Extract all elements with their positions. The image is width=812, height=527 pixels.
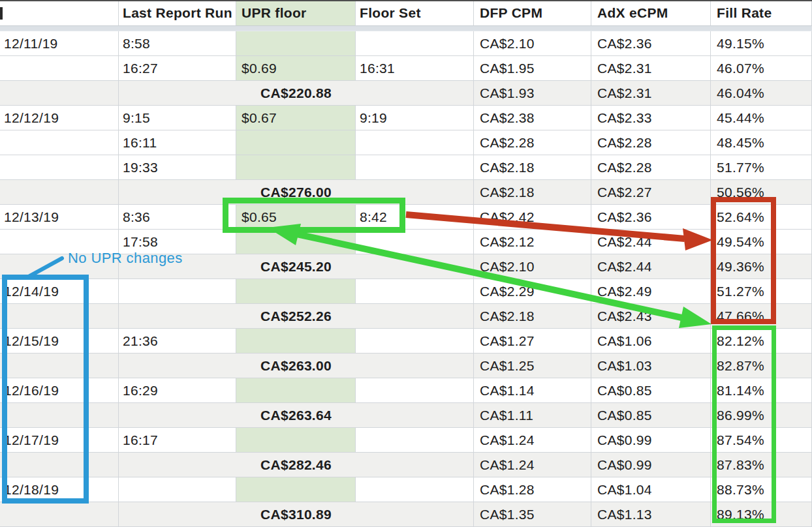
cell-dfp-cpm[interactable]: CA$2.10 [474,31,591,56]
cell-fill-rate[interactable]: 46.04% [711,81,812,106]
cell-adx-ecpm[interactable]: CA$2.36 [591,31,711,56]
cell-dfp-cpm[interactable]: CA$1.95 [474,56,591,81]
cell-floor-set[interactable] [356,230,474,254]
cell-last-report-run[interactable]: 8:36 [119,205,236,230]
cell-fill-rate[interactable]: 86.99% [711,403,812,428]
cell-adx-ecpm[interactable]: CA$2.31 [591,56,711,81]
cell-fill-rate[interactable]: 49.36% [711,254,812,279]
cell-adx-ecpm[interactable]: CA$1.03 [591,354,711,378]
cell-date[interactable]: 12/18/19 [0,477,119,502]
header-dfp-cpm[interactable]: DFP CPM [474,0,591,26]
cell-fill-rate[interactable]: 81.14% [711,378,812,403]
cell-fill-rate[interactable]: 49.15% [711,31,812,56]
cell-floor-set[interactable] [356,279,474,304]
cell-fill-rate[interactable]: 50.56% [711,180,812,205]
cell-date[interactable]: 12/16/19 [0,378,119,403]
cell-floor-set[interactable] [356,155,474,180]
cell-fill-rate[interactable]: 49.54% [711,230,812,254]
cell-last-report-run[interactable]: 16:17 [119,428,236,453]
cell-dfp-cpm[interactable]: CA$2.29 [474,279,591,304]
cell-upr-floor[interactable] [236,378,356,403]
cell-fill-rate[interactable]: 52.64% [711,205,812,230]
cell-dfp-cpm[interactable]: CA$2.18 [474,304,591,329]
cell-upr-floor[interactable] [236,230,356,254]
cell-adx-ecpm[interactable]: CA$0.85 [591,403,711,428]
cell-fill-rate[interactable]: 48.45% [711,130,812,155]
cell-adx-ecpm[interactable]: CA$2.28 [591,155,711,180]
cell-dfp-cpm[interactable]: CA$1.24 [474,428,591,453]
cell-last-report-run[interactable]: 9:15 [119,106,236,130]
cell-floor-set[interactable] [356,329,474,354]
header-last-report-run[interactable]: Last Report Run [119,0,236,26]
cell-adx-ecpm[interactable]: CA$1.13 [591,502,711,527]
cell-date[interactable]: 12/14/19 [0,279,119,304]
cell-fill-rate[interactable]: 87.83% [711,453,812,477]
cell-adx-ecpm[interactable]: CA$2.31 [591,81,711,106]
cell-last-report-run[interactable] [119,279,236,304]
cell-upr-floor[interactable]: $0.67 [236,106,356,130]
cell-last-report-run[interactable]: 16:27 [119,56,236,81]
cell-fill-rate[interactable]: 51.77% [711,155,812,180]
cell-date[interactable] [0,180,119,205]
cell-upr-floor[interactable]: $0.69 [236,56,356,81]
cell-last-report-run[interactable]: 16:11 [119,130,236,155]
cell-date[interactable] [0,56,119,81]
cell-adx-ecpm[interactable]: CA$0.85 [591,378,711,403]
cell-date[interactable]: 12/15/19 [0,329,119,354]
cell-fill-rate[interactable]: 45.44% [711,106,812,130]
cell-dfp-cpm[interactable]: CA$2.10 [474,254,591,279]
cell-dfp-cpm[interactable]: CA$1.25 [474,354,591,378]
cell-fill-rate[interactable]: 82.12% [711,329,812,354]
cell-fill-rate[interactable]: 47.66% [711,304,812,329]
cell-dfp-cpm[interactable]: CA$2.12 [474,230,591,254]
cell-dfp-cpm[interactable]: CA$1.27 [474,329,591,354]
header-date[interactable] [0,0,119,26]
cell-upr-floor[interactable] [236,130,356,155]
cell-upr-floor[interactable]: $0.65 [236,205,356,230]
cell-adx-ecpm[interactable]: CA$2.33 [591,106,711,130]
cell-dfp-cpm[interactable]: CA$2.38 [474,106,591,130]
cell-adx-ecpm[interactable]: CA$0.99 [591,453,711,477]
cell-date[interactable]: 12/13/19 [0,205,119,230]
cell-adx-ecpm[interactable]: CA$2.28 [591,130,711,155]
cell-adx-ecpm[interactable]: CA$2.44 [591,254,711,279]
cell-dfp-cpm[interactable]: CA$1.93 [474,81,591,106]
header-floor-set[interactable]: Floor Set [356,0,474,26]
cell-fill-rate[interactable]: 46.07% [711,56,812,81]
cell-dfp-cpm[interactable]: CA$2.18 [474,180,591,205]
cell-date[interactable] [0,155,119,180]
cell-dfp-cpm[interactable]: CA$1.24 [474,453,591,477]
cell-date[interactable] [0,130,119,155]
cell-fill-rate[interactable]: 87.54% [711,428,812,453]
cell-fill-rate[interactable]: 89.13% [711,502,812,527]
cell-adx-ecpm[interactable]: CA$2.49 [591,279,711,304]
cell-adx-ecpm[interactable]: CA$1.06 [591,329,711,354]
cell-last-report-run[interactable] [119,477,236,502]
cell-fill-rate[interactable]: 82.87% [711,354,812,378]
cell-day-total[interactable]: CA$282.46 [119,453,474,477]
cell-dfp-cpm[interactable]: CA$1.35 [474,502,591,527]
cell-date[interactable] [0,502,119,527]
cell-floor-set[interactable] [356,428,474,453]
cell-adx-ecpm[interactable]: CA$2.27 [591,180,711,205]
cell-day-total[interactable]: CA$220.88 [119,81,474,106]
cell-upr-floor[interactable] [236,329,356,354]
cell-floor-set[interactable]: 9:19 [356,106,474,130]
cell-floor-set[interactable] [356,130,474,155]
cell-upr-floor[interactable] [236,31,356,56]
header-fill-rate[interactable]: Fill Rate [711,0,812,26]
cell-upr-floor[interactable] [236,155,356,180]
cell-adx-ecpm[interactable]: CA$2.44 [591,230,711,254]
cell-date[interactable] [0,304,119,329]
cell-upr-floor[interactable] [236,279,356,304]
cell-dfp-cpm[interactable]: CA$1.11 [474,403,591,428]
cell-last-report-run[interactable]: 8:58 [119,31,236,56]
cell-floor-set[interactable] [356,31,474,56]
cell-date[interactable] [0,403,119,428]
cell-date[interactable]: 12/17/19 [0,428,119,453]
cell-floor-set[interactable]: 8:42 [356,205,474,230]
cell-floor-set[interactable] [356,477,474,502]
cell-upr-floor[interactable] [236,428,356,453]
cell-date[interactable] [0,354,119,378]
cell-floor-set[interactable] [356,378,474,403]
